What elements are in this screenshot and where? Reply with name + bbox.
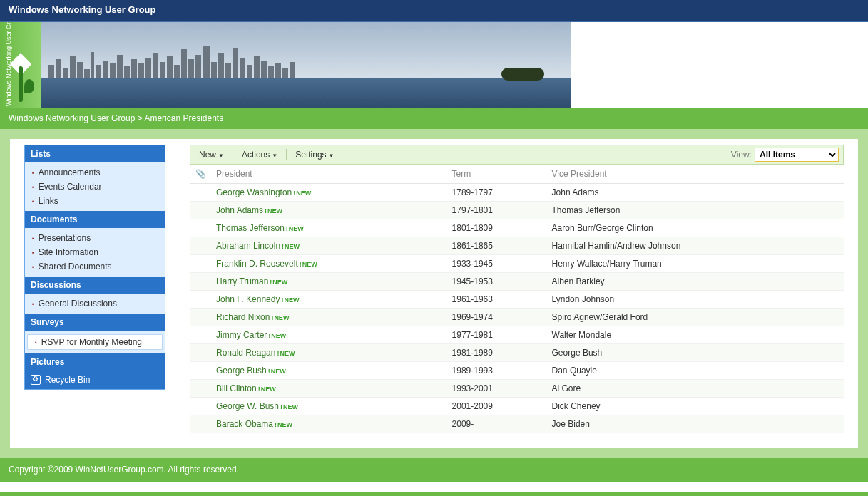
president-link[interactable]: Barack Obama (216, 419, 273, 429)
vp-cell: Dick Cheney (549, 398, 844, 415)
term-cell: 1945-1953 (449, 273, 549, 291)
breadcrumb-root[interactable]: Windows Networking User Group (9, 113, 135, 123)
table-row: Jimmy CarterNEW1977-1981Walter Mondale (190, 326, 844, 344)
recycle-bin[interactable]: Recycle Bin (25, 371, 165, 389)
banner-logo: Windows Networking User Group (0, 22, 41, 108)
dropdown-icon: ▼ (329, 153, 335, 159)
term-cell: 1933-1945 (449, 255, 549, 273)
president-link[interactable]: Ronald Reagan (216, 348, 275, 358)
bottom-strip (0, 492, 868, 496)
toolbar-settings[interactable]: Settings▼ (291, 148, 338, 161)
main-content: New▼ Actions▼ Settings▼ View: All Items (190, 145, 844, 433)
vp-cell: Alben Barkley (549, 273, 844, 291)
footer: Copyright ©2009 WinNetUserGroup.com. All… (0, 458, 868, 482)
column-attachment[interactable]: 📎 (190, 165, 213, 184)
vp-cell: Walter Mondale (549, 326, 844, 344)
new-badge: NEW (280, 403, 298, 410)
term-cell: 1801-1809 (449, 219, 549, 237)
banner: Windows Networking User Group (0, 22, 868, 108)
new-badge: NEW (265, 207, 282, 215)
view-label: View: (731, 150, 752, 160)
president-link[interactable]: Thomas Jefferson (216, 223, 285, 233)
vp-cell: Lyndon Johnson (549, 291, 844, 309)
president-link[interactable]: Bill Clinton (216, 383, 257, 393)
president-link[interactable]: Harry Truman (216, 277, 268, 286)
table-row: Franklin D. RooseveltNEW1933-1945Henry W… (190, 255, 844, 273)
term-cell: 1969-1974 (449, 309, 549, 326)
president-link[interactable]: John Adams (216, 205, 263, 215)
table-row: John AdamsNEW1797-1801Thomas Jefferson (190, 202, 844, 219)
view-selector[interactable]: All Items (755, 148, 839, 162)
term-cell: 1797-1801 (449, 202, 549, 219)
president-link[interactable]: George Washington (216, 187, 292, 197)
table-row: Abraham LincolnNEW1861-1865Hannibal Haml… (190, 237, 844, 255)
term-cell: 2009- (449, 415, 549, 433)
sidebar-item[interactable]: Events Calendar (25, 180, 165, 194)
sidebar-section-header: Surveys (25, 314, 165, 331)
banner-image (41, 22, 571, 108)
new-badge: NEW (300, 261, 317, 268)
new-badge: NEW (258, 386, 276, 393)
sidebar-item[interactable]: Site Information (25, 245, 165, 259)
term-cell: 1961-1963 (449, 291, 549, 309)
sidebar-item[interactable]: Links (25, 194, 165, 208)
new-badge: NEW (286, 225, 304, 232)
vp-cell: Al Gore (549, 380, 844, 398)
toolbar-new[interactable]: New▼ (195, 148, 228, 161)
term-cell: 1981-1989 (449, 344, 549, 362)
new-badge: NEW (281, 296, 299, 304)
sidebar-item[interactable]: General Discussions (25, 296, 165, 311)
sidebar: ListsAnnouncementsEvents CalendarLinksDo… (24, 145, 165, 390)
vp-cell: Joe Biden (549, 415, 844, 433)
sidebar-section-header: Lists (25, 145, 165, 162)
vp-cell: Henry Wallace/Harry Truman (549, 255, 844, 273)
table-row: George WashingtonNEW1789-1797John Adams (190, 184, 844, 202)
table-row: Bill ClintonNEW1993-2001Al Gore (190, 380, 844, 398)
new-badge: NEW (268, 332, 286, 339)
term-cell: 1993-2001 (449, 380, 549, 398)
vp-cell: Dan Quayle (549, 362, 844, 380)
vp-cell: Hannibal Hamlin/Andrew Johnson (549, 237, 844, 255)
breadcrumb-current: American Presidents (144, 113, 223, 123)
sidebar-item[interactable]: RSVP for Monthly Meeting (27, 334, 163, 350)
president-link[interactable]: Abraham Lincoln (216, 241, 280, 251)
vp-cell: Thomas Jefferson (549, 202, 844, 219)
new-badge: NEW (270, 279, 287, 286)
presidents-table: 📎 President Term Vice President George W… (190, 165, 844, 433)
new-badge: NEW (293, 190, 311, 197)
president-link[interactable]: George Bush (216, 366, 267, 376)
term-cell: 1861-1865 (449, 237, 549, 255)
toolbar-actions[interactable]: Actions▼ (238, 148, 282, 161)
vp-cell: Aaron Burr/George Clinton (549, 219, 844, 237)
dropdown-icon: ▼ (218, 153, 224, 159)
vp-cell: John Adams (549, 184, 844, 202)
president-link[interactable]: Franklin D. Roosevelt (216, 259, 298, 269)
sidebar-item[interactable]: Announcements (25, 165, 165, 180)
sidebar-section-header: Pictures (25, 353, 165, 371)
column-term[interactable]: Term (449, 165, 549, 184)
column-vice-president[interactable]: Vice President (549, 165, 844, 184)
list-toolbar: New▼ Actions▼ Settings▼ View: All Items (190, 145, 844, 165)
sidebar-item[interactable]: Shared Documents (25, 259, 165, 274)
column-president[interactable]: President (213, 165, 449, 184)
table-row: George W. BushNEW2001-2009Dick Cheney (190, 398, 844, 415)
term-cell: 2001-2009 (449, 398, 549, 415)
site-header: Windows Networking User Group (0, 0, 868, 22)
breadcrumb-separator: > (138, 113, 143, 123)
term-cell: 1989-1993 (449, 362, 549, 380)
president-link[interactable]: Richard Nixon (216, 312, 270, 322)
site-title: Windows Networking User Group (9, 4, 155, 15)
term-cell: 1977-1981 (449, 326, 549, 344)
sidebar-item[interactable]: Presentations (25, 231, 165, 245)
vp-cell: Spiro Agnew/Gerald Ford (549, 309, 844, 326)
president-link[interactable]: George W. Bush (216, 401, 279, 411)
president-link[interactable]: John F. Kennedy (216, 294, 280, 304)
term-cell: 1789-1797 (449, 184, 549, 202)
new-badge: NEW (282, 243, 300, 250)
attachment-icon: 📎 (195, 169, 206, 179)
sidebar-section-header: Discussions (25, 277, 165, 294)
copyright-text: Copyright ©2009 WinNetUserGroup.com. All… (9, 465, 239, 475)
sidebar-section-header: Documents (25, 211, 165, 228)
president-link[interactable]: Jimmy Carter (216, 330, 267, 340)
new-badge: NEW (277, 350, 295, 357)
